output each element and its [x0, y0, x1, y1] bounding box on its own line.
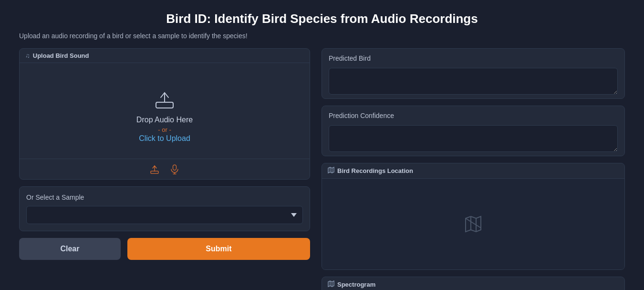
click-to-upload-text[interactable]: Click to Upload [139, 134, 190, 143]
svg-rect-4 [173, 165, 177, 170]
spectrogram-header-icon [328, 280, 334, 287]
upload-bottom-bar [20, 159, 310, 179]
map-header-icon [328, 167, 334, 173]
location-panel-label: Bird Recordings Location [337, 167, 413, 174]
sample-label: Or Select a Sample [26, 193, 303, 201]
left-column: ♫ Upload Bird Sound Drop Audio Here - or… [19, 48, 310, 260]
sample-select[interactable] [26, 206, 303, 224]
prediction-confidence-label: Prediction Confidence [322, 106, 624, 121]
spectrogram-panel: Spectrogram [322, 277, 625, 290]
or-text: - or - [158, 126, 171, 133]
predicted-bird-textarea[interactable] [329, 68, 618, 95]
upload-arrow-icon [154, 89, 175, 110]
map-area [322, 179, 624, 269]
drop-text: Drop Audio Here [136, 116, 193, 124]
submit-button[interactable]: Submit [127, 238, 310, 260]
location-panel: Bird Recordings Location [322, 163, 625, 270]
music-icon: ♫ [25, 52, 30, 59]
microphone-icon [169, 164, 180, 174]
spectrogram-panel-label: Spectrogram [337, 281, 375, 288]
prediction-confidence-textarea[interactable] [329, 125, 618, 152]
prediction-confidence-panel: Prediction Confidence [322, 106, 625, 156]
upload-dropzone[interactable]: Drop Audio Here - or - Click to Upload [20, 63, 310, 159]
clear-button[interactable]: Clear [19, 238, 121, 260]
page-title: Bird ID: Identify Bird Species from Audi… [19, 11, 625, 26]
spectrogram-panel-header: Spectrogram [322, 277, 624, 290]
upload-panel-label: Upload Bird Sound [33, 52, 89, 59]
right-column: Predicted Bird Prediction Confidence [322, 48, 625, 290]
svg-rect-3 [151, 171, 158, 173]
upload-panel-header: ♫ Upload Bird Sound [20, 49, 310, 63]
location-panel-header: Bird Recordings Location [322, 163, 624, 179]
sample-section: Or Select a Sample [20, 187, 310, 231]
page-wrapper: Bird ID: Identify Bird Species from Audi… [0, 0, 644, 290]
svg-rect-0 [156, 102, 173, 108]
buttons-row: Clear Submit [19, 238, 310, 260]
map-placeholder-icon [464, 215, 483, 234]
sample-panel: Or Select a Sample [19, 186, 310, 231]
predicted-bird-label: Predicted Bird [322, 49, 624, 64]
predicted-bird-panel: Predicted Bird [322, 48, 625, 99]
map-icon [328, 167, 334, 175]
upload-svg-icon [149, 164, 160, 174]
page-subtitle: Upload an audio recording of a bird or s… [19, 32, 625, 40]
spectrogram-icon [328, 280, 334, 289]
upload-panel: ♫ Upload Bird Sound Drop Audio Here - or… [19, 48, 310, 180]
microphone-button[interactable] [169, 164, 180, 174]
main-row: ♫ Upload Bird Sound Drop Audio Here - or… [19, 48, 625, 290]
upload-icon-button[interactable] [149, 164, 160, 174]
svg-line-11 [466, 218, 481, 228]
